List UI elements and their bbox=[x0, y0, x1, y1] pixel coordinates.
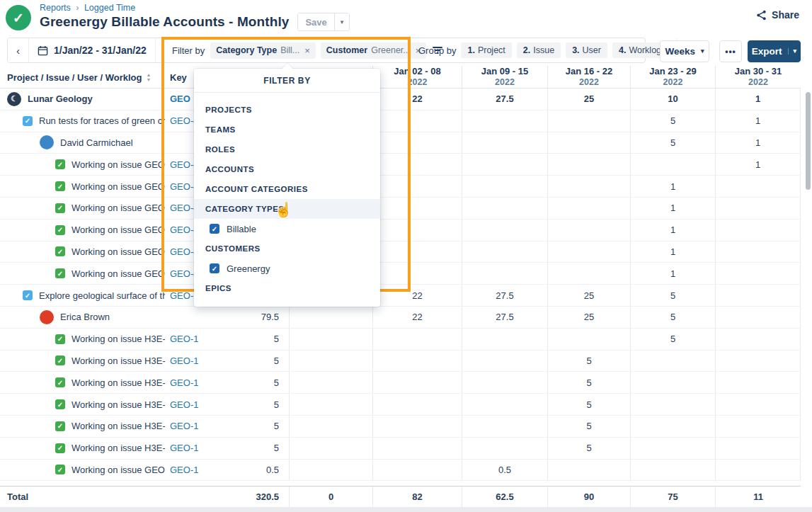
issue-key-link[interactable]: GEO-1 bbox=[165, 351, 241, 372]
horizontal-scrollbar-track[interactable] bbox=[0, 507, 812, 512]
total-week-cell: 90 bbox=[547, 487, 630, 507]
worklog-name-label: Working on issue H3E-... bbox=[72, 355, 165, 366]
worklog-name-cell[interactable]: ✓Working on issue H3E-... bbox=[0, 372, 165, 393]
date-range-picker[interactable]: 1/Jan/22 - 31/Jan/22 bbox=[28, 38, 156, 62]
total-key-cell bbox=[165, 487, 241, 507]
week-value-cell bbox=[372, 394, 462, 415]
vertical-scrollbar-thumb[interactable] bbox=[806, 92, 811, 190]
group-by-chip[interactable]: 3.User bbox=[566, 42, 607, 58]
worklog-name-cell[interactable]: ✓Working on issue GEO-4 bbox=[0, 263, 165, 284]
issue-key-link[interactable]: GEO-1 bbox=[165, 460, 241, 481]
table-row: ☾Lunar GeologyGEO2227.525101 bbox=[0, 89, 801, 110]
week-value-cell: 25 bbox=[547, 89, 630, 110]
user-name-cell[interactable]: David Carmichael bbox=[0, 132, 165, 154]
save-dropdown-caret[interactable]: ▾ bbox=[334, 13, 350, 30]
filter-option-label: Greenergy bbox=[227, 263, 270, 274]
group-by-chip[interactable]: 2.Issue bbox=[517, 42, 561, 58]
breadcrumb-reports-link[interactable]: Reports bbox=[40, 3, 71, 13]
week-value-cell bbox=[462, 263, 547, 284]
week-value-cell bbox=[372, 110, 462, 132]
breadcrumb-logged-time-link[interactable]: Logged Time bbox=[84, 3, 135, 13]
table-row: ✓Working on issue H3E-...GEO-155 bbox=[0, 394, 801, 416]
week-value-cell bbox=[715, 307, 801, 328]
week-value-cell: 1 bbox=[630, 198, 715, 219]
remove-filter-icon[interactable]: × bbox=[304, 45, 310, 56]
filter-section-projects[interactable]: PROJECTS bbox=[194, 100, 380, 120]
filter-chip[interactable]: Category Type Bill...× bbox=[210, 42, 316, 59]
issue-key-link[interactable]: GEO-1 bbox=[165, 372, 241, 393]
issue-name-cell[interactable]: ✓Run tests for traces of green ch... bbox=[0, 110, 165, 132]
export-button[interactable]: Export ▾ bbox=[748, 40, 801, 62]
worklog-name-cell[interactable]: ✓Working on issue H3E-... bbox=[0, 416, 165, 437]
period-granularity-label: Weeks bbox=[665, 46, 695, 57]
worklog-name-cell[interactable]: ✓Working on issue H3E-... bbox=[0, 394, 165, 415]
week-value-cell bbox=[462, 132, 547, 154]
filter-section-customers[interactable]: CUSTOMERS bbox=[194, 239, 380, 258]
week-value-cell bbox=[630, 372, 715, 393]
group-chip-label: Worklog bbox=[629, 45, 661, 55]
save-button[interactable]: Save bbox=[298, 13, 333, 30]
table-row: ✓Working on issue H3E-...GEO-155 bbox=[0, 416, 801, 438]
more-options-button[interactable]: ••• bbox=[719, 40, 742, 62]
filter-section-epics[interactable]: EPICS bbox=[194, 278, 380, 298]
user-name-cell[interactable]: Erica Brown bbox=[0, 307, 165, 328]
week-value-cell bbox=[715, 372, 801, 393]
filter-section-account-categories[interactable]: ACCOUNT CATEGORIES bbox=[194, 179, 380, 199]
app-header: ✓ Reports › Logged Time Greenergy Billab… bbox=[0, 0, 812, 35]
group-by-chip[interactable]: 1.Project bbox=[461, 42, 511, 58]
worklog-name-cell[interactable]: ✓Working on issue GEO-1 bbox=[0, 460, 165, 481]
worklog-name-label: Working on issue H3E-... bbox=[72, 421, 165, 431]
filter-chip-value: Greener... bbox=[371, 45, 411, 55]
previous-period-button[interactable]: ‹ bbox=[8, 38, 28, 62]
filter-option[interactable]: ✓Greenergy bbox=[194, 258, 380, 278]
filter-section-category-types[interactable]: CATEGORY TYPES bbox=[194, 199, 380, 219]
week-value-cell: 1 bbox=[630, 241, 715, 263]
breadcrumb-separator: › bbox=[76, 3, 79, 13]
worklog-name-cell[interactable]: ✓Working on issue H3E-... bbox=[0, 329, 165, 350]
issue-key-link[interactable]: GEO-1 bbox=[165, 394, 241, 415]
column-header-name[interactable]: Project / Issue / User / Worklog▲▼ bbox=[0, 66, 165, 89]
worklog-name-cell[interactable]: ✓Working on issue GEO-4 bbox=[0, 220, 165, 241]
week-value-cell bbox=[547, 176, 630, 197]
week-value-cell bbox=[715, 460, 801, 481]
worklog-name-cell[interactable]: ✓Working on issue GEO-4 bbox=[0, 198, 165, 219]
week-value-cell: 5 bbox=[547, 416, 630, 437]
week-value-cell bbox=[289, 372, 372, 393]
checkbox-checked-icon[interactable]: ✓ bbox=[210, 263, 219, 273]
breadcrumb: Reports › Logged Time bbox=[40, 3, 135, 13]
week-value-cell bbox=[547, 154, 630, 175]
week-value-cell bbox=[715, 416, 801, 437]
issue-key-link[interactable]: GEO-1 bbox=[165, 416, 241, 437]
week-value-cell: 1 bbox=[630, 263, 715, 284]
column-header-week: Jan 23 - 292022 bbox=[630, 66, 715, 89]
worklog-name-cell[interactable]: ✓Working on issue GEO-4 bbox=[0, 176, 165, 197]
worklog-name-cell[interactable]: ✓Working on issue H3E-... bbox=[0, 438, 165, 459]
period-granularity-button[interactable]: Weeks ▾ bbox=[660, 40, 709, 62]
worklog-name-label: Working on issue GEO-4 bbox=[72, 268, 165, 279]
column-header-week: Jan 16 - 222022 bbox=[547, 66, 630, 89]
worklog-check-icon: ✓ bbox=[55, 399, 65, 409]
issue-key-link[interactable]: GEO-1 bbox=[165, 329, 241, 350]
week-value-cell: 5 bbox=[547, 394, 630, 415]
project-name-cell[interactable]: ☾Lunar Geology bbox=[0, 89, 165, 110]
week-value-cell bbox=[372, 198, 462, 219]
filter-section-teams[interactable]: TEAMS bbox=[194, 120, 380, 140]
issue-key-link[interactable]: GEO-1 bbox=[165, 438, 241, 459]
week-value-cell bbox=[372, 438, 462, 459]
share-button[interactable]: Share bbox=[756, 9, 799, 21]
filter-option[interactable]: ✓Billable bbox=[194, 219, 380, 239]
worklog-name-cell[interactable]: ✓Working on issue H3E-... bbox=[0, 351, 165, 372]
logged-hours-cell: 5 bbox=[241, 351, 289, 372]
total-logged-cell: 320.5 bbox=[241, 487, 289, 507]
worklog-name-cell[interactable]: ✓Working on issue GEO-4 bbox=[0, 154, 165, 175]
week-value-cell bbox=[289, 351, 372, 372]
worklog-name-cell[interactable]: ✓Working on issue GEO-4 bbox=[0, 241, 165, 263]
issue-name-cell[interactable]: ✓Explore geological surface of th... bbox=[0, 285, 165, 306]
week-value-cell: 5 bbox=[630, 285, 715, 306]
filter-section-accounts[interactable]: ACCOUNTS bbox=[194, 159, 380, 179]
week-value-cell: 5 bbox=[630, 307, 715, 328]
filter-section-roles[interactable]: ROLES bbox=[194, 140, 380, 159]
week-value-cell: 1 bbox=[715, 132, 801, 154]
week-value-cell bbox=[630, 394, 715, 415]
checkbox-checked-icon[interactable]: ✓ bbox=[210, 224, 219, 234]
